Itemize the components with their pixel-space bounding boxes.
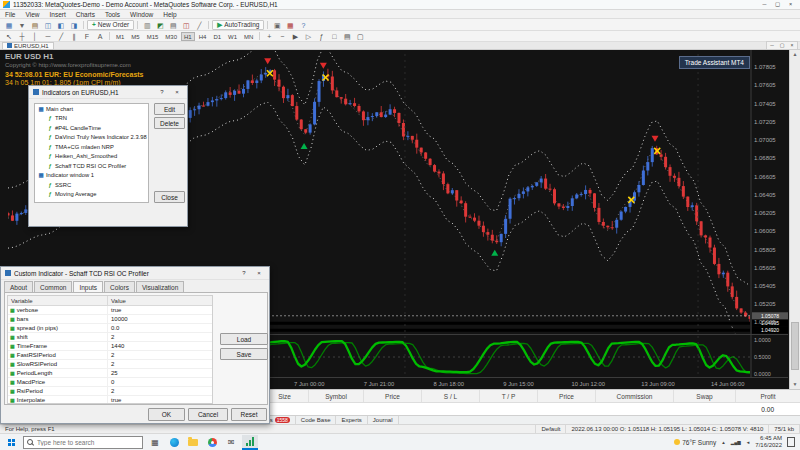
save-button[interactable]: Save xyxy=(220,348,268,360)
search-input[interactable] xyxy=(37,439,139,446)
input-value-cell[interactable]: 25 xyxy=(108,370,118,376)
cursor-icon[interactable]: ↖ xyxy=(3,31,15,41)
line-chart-icon[interactable]: ╱ xyxy=(193,20,205,30)
timeframe-m30[interactable]: M30 xyxy=(162,32,180,41)
tray-chevron-icon[interactable]: ▲ xyxy=(721,440,725,445)
new-chart-icon[interactable]: ▦ xyxy=(3,20,15,30)
input-row[interactable]: ▦PeriodLength25 xyxy=(8,369,212,378)
start-button[interactable] xyxy=(3,439,19,446)
maximize-icon[interactable]: ▢ xyxy=(771,0,784,9)
autotrading-button[interactable]: ▶AutoTrading xyxy=(212,20,264,30)
input-value-cell[interactable]: 10000 xyxy=(108,316,128,322)
menu-item-charts[interactable]: Charts xyxy=(71,11,100,18)
new-order-button[interactable]: +New Order xyxy=(87,20,134,30)
tree-item[interactable]: ƒSSRC xyxy=(35,180,148,190)
file-explorer-icon[interactable] xyxy=(185,435,201,450)
scroll-up-icon[interactable]: ▲ xyxy=(793,50,798,59)
templates-icon[interactable]: ▤ xyxy=(341,31,353,41)
dialog-help-icon[interactable]: ? xyxy=(156,87,168,97)
input-row[interactable]: ▦spread (in pips)0.0 xyxy=(8,324,212,333)
tab-visualization[interactable]: Visualization xyxy=(136,281,184,292)
dialog-close-icon[interactable]: × xyxy=(253,268,265,278)
input-value-cell[interactable]: 0.0 xyxy=(108,325,119,331)
navigator-icon[interactable]: ◨ xyxy=(68,20,80,30)
menu-item-view[interactable]: View xyxy=(20,11,44,18)
menu-item-tools[interactable]: Tools xyxy=(100,11,125,18)
edit-button[interactable]: Edit xyxy=(154,103,185,115)
input-value-cell[interactable]: 0 xyxy=(108,379,114,385)
custom-indicator-dialog[interactable]: Custom Indicator - Schaff TCD RSI OC Pro… xyxy=(0,266,270,424)
task-view-icon[interactable]: ▦ xyxy=(147,435,163,450)
timeframe-m1[interactable]: M1 xyxy=(113,32,127,41)
equidistant-channel-icon[interactable]: ∥ xyxy=(68,31,80,41)
trade-assistant-button[interactable]: Trade Assistant MT4 xyxy=(679,56,750,69)
horizontal-line-icon[interactable]: ─ xyxy=(42,31,54,41)
input-row[interactable]: ▦TimeFrame1440 xyxy=(8,342,212,351)
input-value-cell[interactable]: 2 xyxy=(108,334,114,340)
mail-icon[interactable]: ✉ xyxy=(223,435,239,450)
scrollbar-thumb[interactable] xyxy=(791,322,799,370)
tab-common[interactable]: Common xyxy=(34,281,72,292)
timeframe-m15[interactable]: M15 xyxy=(144,32,162,41)
chart-restore-icon[interactable]: ▢ xyxy=(777,42,787,49)
data-window-icon[interactable]: ◧ xyxy=(55,20,67,30)
delete-button[interactable]: Delete xyxy=(154,117,185,129)
close-icon[interactable]: × xyxy=(784,0,797,9)
tree-item[interactable]: ƒMoving Average xyxy=(35,190,148,200)
cancel-button[interactable]: Cancel xyxy=(188,408,228,421)
inputs-table[interactable]: VariableValue▦verbosetrue▦bars10000▦spre… xyxy=(7,295,213,404)
menu-item-help[interactable]: Help xyxy=(158,11,181,18)
input-value-cell[interactable]: 1440 xyxy=(108,343,124,349)
toolbox-icon[interactable]: ▥ xyxy=(141,20,153,30)
economic-calendar-icon[interactable]: ▦ xyxy=(284,20,296,30)
timeframe-d1[interactable]: D1 xyxy=(210,32,224,41)
bar-chart-icon[interactable]: ▤ xyxy=(167,20,179,30)
input-row[interactable]: ▦FastRSIPeriod2 xyxy=(8,351,212,360)
timeframe-h1[interactable]: H1 xyxy=(181,32,195,41)
minimize-icon[interactable]: ─ xyxy=(758,0,771,9)
input-value-cell[interactable]: true xyxy=(108,307,121,313)
titlebar[interactable]: 11352033: MetaQuotes-Demo - Demo Account… xyxy=(0,0,800,10)
dialog-close-icon[interactable]: × xyxy=(171,87,183,97)
tree-item[interactable]: ƒSchaff TCD RSI OC Profiler xyxy=(35,161,148,171)
crosshair-icon[interactable]: ┼ xyxy=(16,31,28,41)
volume-icon[interactable]: ◄ xyxy=(746,440,750,445)
metatrader-taskbar-icon[interactable] xyxy=(242,435,258,450)
input-value-cell[interactable]: 2 xyxy=(108,361,114,367)
tree-group[interactable]: ▦Indicator window 1 xyxy=(35,171,148,181)
profiles-icon[interactable]: ▤ xyxy=(29,20,41,30)
candle-chart-icon[interactable]: ◫ xyxy=(180,20,192,30)
action-center-icon[interactable] xyxy=(787,437,795,447)
chart-minimize-icon[interactable]: ─ xyxy=(767,42,777,49)
vertical-line-icon[interactable]: │ xyxy=(29,31,41,41)
ok-button[interactable]: OK xyxy=(148,408,185,421)
edge-icon[interactable] xyxy=(166,435,182,450)
custom-indicator-titlebar[interactable]: Custom Indicator - Schaff TCD RSI OC Pro… xyxy=(1,267,269,280)
indicators-dialog[interactable]: Indicators on EURUSD,H1 ? × ▦Main chartƒ… xyxy=(28,85,188,227)
timeframe-h4[interactable]: H4 xyxy=(196,32,210,41)
status-profile[interactable]: Default xyxy=(536,425,566,433)
input-value-cell[interactable]: true xyxy=(108,397,121,403)
timeframe-m5[interactable]: M5 xyxy=(128,32,142,41)
input-value-cell[interactable]: 2 xyxy=(108,388,114,394)
indicators-dialog-titlebar[interactable]: Indicators on EURUSD,H1 ? × xyxy=(29,86,187,99)
tab-colors[interactable]: Colors xyxy=(104,281,135,292)
chart-tab-eurusd[interactable]: EURUSD,H1 xyxy=(2,42,54,50)
menu-item-insert[interactable]: Insert xyxy=(44,11,70,18)
tree-item[interactable]: ƒTRN xyxy=(35,114,148,124)
taskbar-search[interactable] xyxy=(23,436,143,449)
chart-scrollbar[interactable]: ▲ ▼ xyxy=(789,50,800,389)
scrollbar-track[interactable] xyxy=(790,59,800,380)
zoom-in-icon[interactable]: + xyxy=(263,31,275,41)
auto-scroll-icon[interactable]: ▶ xyxy=(289,31,301,41)
timeframe-mn[interactable]: MN xyxy=(241,32,256,41)
tree-item[interactable]: ƒ#P4L CandleTime xyxy=(35,123,148,133)
network-icon[interactable]: ▂▄▆ xyxy=(731,440,741,445)
chart-dropdown-icon[interactable]: ▼ xyxy=(16,20,28,30)
reset-button[interactable]: Reset xyxy=(231,408,267,421)
tab-about[interactable]: About xyxy=(4,281,33,292)
tree-item[interactable]: ƒTMA+CG mladen NRP xyxy=(35,142,148,152)
chrome-icon[interactable] xyxy=(204,435,220,450)
input-value-cell[interactable]: 2 xyxy=(108,352,114,358)
input-row[interactable]: ▦RsiPeriod2 xyxy=(8,387,212,396)
